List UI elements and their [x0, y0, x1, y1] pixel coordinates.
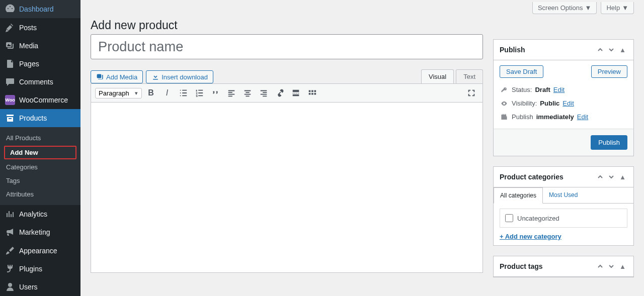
key-icon	[500, 86, 509, 93]
insert-download-button[interactable]: Insert download	[146, 70, 213, 83]
add-media-button[interactable]: Add Media	[91, 70, 143, 83]
tab-visual[interactable]: Visual	[421, 69, 454, 83]
screen-options-button[interactable]: Screen Options ▼	[532, 2, 597, 14]
sidebar-label: Appearance	[19, 247, 57, 255]
numbered-list-button[interactable]	[192, 86, 206, 100]
bold-button[interactable]: B	[144, 86, 158, 100]
edit-schedule-link[interactable]: Edit	[577, 113, 588, 121]
sidebar-item-appearance[interactable]: Appearance	[0, 242, 80, 260]
add-new-category-link[interactable]: + Add new category	[500, 233, 561, 240]
sidebar-item-plugins[interactable]: Plugins	[0, 260, 80, 278]
submenu-tags[interactable]: Tags	[0, 174, 80, 187]
button-label: Insert download	[162, 73, 208, 81]
save-draft-button[interactable]: Save Draft	[500, 65, 543, 78]
submenu-add-new[interactable]: Add New	[4, 146, 76, 159]
caret-down-icon: ▼	[585, 4, 592, 12]
align-right-button[interactable]	[257, 86, 271, 100]
pin-icon	[5, 23, 15, 33]
sidebar-item-users[interactable]: Users	[0, 278, 80, 296]
toolbar-toggle-button[interactable]	[305, 86, 319, 100]
category-checkbox[interactable]	[505, 214, 513, 222]
schedule-value: immediately	[536, 113, 574, 121]
edit-status-link[interactable]: Edit	[553, 86, 565, 93]
top-bar: Screen Options ▼ Help ▼	[80, 0, 644, 14]
sidebar-item-dashboard[interactable]: Dashboard	[0, 0, 80, 18]
status-label: Status:	[512, 86, 532, 93]
sidebar-item-woocommerce[interactable]: Woo WooCommerce	[0, 91, 80, 109]
tab-text[interactable]: Text	[456, 69, 483, 83]
sidebar-label: Users	[19, 283, 38, 291]
metabox-title: Publish	[500, 46, 525, 54]
sidebar-label: Products	[19, 114, 47, 122]
sidebar-label: Comments	[19, 78, 53, 86]
tags-metabox: Product tags ▴	[493, 256, 634, 277]
toggle-panel-button[interactable]: ▴	[617, 261, 627, 271]
visibility-value: Public	[540, 100, 559, 107]
toggle-panel-button[interactable]: ▴	[617, 172, 627, 182]
visibility-label: Visibility:	[512, 100, 537, 107]
sidebar-item-products[interactable]: Products	[0, 109, 80, 127]
calendar-icon	[500, 114, 509, 121]
tab-most-used[interactable]: Most Used	[543, 187, 584, 203]
move-up-button[interactable]	[595, 172, 605, 182]
category-item-uncategorized[interactable]: Uncategorized	[505, 214, 622, 222]
move-up-button[interactable]	[595, 261, 605, 271]
move-up-button[interactable]	[595, 45, 605, 55]
archive-icon	[5, 113, 15, 123]
woocommerce-icon: Woo	[5, 95, 15, 105]
italic-button[interactable]: I	[160, 86, 174, 100]
align-center-button[interactable]	[240, 86, 255, 100]
download-icon	[151, 73, 159, 81]
admin-sidebar: Dashboard Posts Media Pages Comments Woo…	[0, 0, 80, 296]
tab-all-categories[interactable]: All categories	[494, 187, 543, 204]
block-format-select[interactable]: Paragraph	[95, 88, 142, 98]
fullscreen-button[interactable]	[464, 86, 478, 100]
move-down-button[interactable]	[606, 45, 616, 55]
sidebar-label: Dashboard	[19, 5, 54, 13]
submenu-attributes[interactable]: Attributes	[0, 187, 80, 201]
metabox-title: Product tags	[500, 262, 543, 270]
bullet-list-button[interactable]	[176, 86, 190, 100]
move-down-button[interactable]	[606, 261, 616, 271]
edit-visibility-link[interactable]: Edit	[562, 100, 574, 107]
publish-metabox: Publish ▴ Save Draft Preview Status: Dra…	[493, 39, 634, 156]
sidebar-item-marketing[interactable]: Marketing	[0, 223, 80, 241]
user-icon	[5, 282, 15, 292]
sidebar-item-analytics[interactable]: Analytics	[0, 205, 80, 223]
sidebar-item-posts[interactable]: Posts	[0, 19, 80, 37]
sidebar-item-comments[interactable]: Comments	[0, 73, 80, 91]
main-content: Screen Options ▼ Help ▼ Add new product …	[80, 0, 644, 296]
preview-button[interactable]: Preview	[591, 65, 627, 78]
sidebar-item-pages[interactable]: Pages	[0, 55, 80, 73]
help-button[interactable]: Help ▼	[601, 2, 634, 14]
sidebar-item-media[interactable]: Media	[0, 37, 80, 55]
comment-icon	[5, 77, 15, 87]
move-down-button[interactable]	[606, 172, 616, 182]
read-more-button[interactable]	[289, 86, 303, 100]
align-left-button[interactable]	[224, 86, 238, 100]
submenu-categories[interactable]: Categories	[0, 160, 80, 174]
category-list: Uncategorized	[500, 209, 627, 228]
camera-music-icon	[96, 73, 104, 81]
products-submenu: All Products Add New Categories Tags Att…	[0, 127, 80, 205]
page-title: Add new product	[91, 14, 483, 34]
submenu-all-products[interactable]: All Products	[0, 131, 80, 145]
editor-toolbar: Paragraph B I	[91, 83, 483, 102]
publish-button[interactable]: Publish	[591, 135, 627, 150]
status-value: Draft	[535, 86, 550, 93]
sidebar-label: Marketing	[19, 228, 50, 236]
media-icon	[5, 41, 15, 51]
toggle-panel-button[interactable]: ▴	[617, 45, 627, 55]
product-name-input[interactable]	[91, 34, 483, 59]
blockquote-button[interactable]	[208, 86, 222, 100]
categories-metabox: Product categories ▴ All categories Most…	[493, 166, 634, 246]
chart-icon	[5, 209, 15, 219]
gauge-icon	[5, 4, 15, 14]
metabox-title: Product categories	[500, 173, 564, 181]
sidebar-label: Posts	[19, 24, 37, 32]
link-button[interactable]	[273, 86, 287, 100]
sidebar-label: Pages	[19, 60, 39, 68]
pages-icon	[5, 59, 15, 69]
editor-content-area[interactable]	[91, 102, 483, 273]
megaphone-icon	[5, 227, 15, 237]
